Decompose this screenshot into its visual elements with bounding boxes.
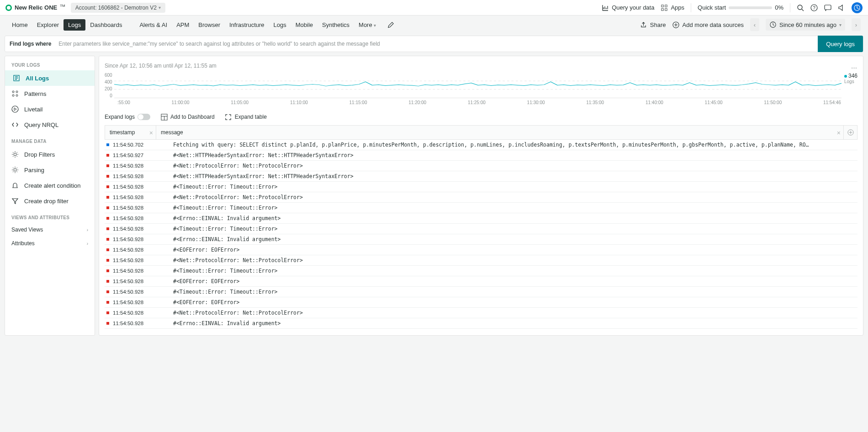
chart-y-axis: 6004002000 (105, 73, 114, 98)
share-button[interactable]: Share (640, 21, 666, 28)
sidebar-item-drop-filters[interactable]: Drop Filters (5, 147, 95, 162)
nav-item-logs[interactable]: Logs (64, 19, 85, 31)
severity-marker (106, 175, 109, 178)
close-icon[interactable]: × (837, 129, 841, 137)
severity-marker (106, 290, 109, 293)
expand-logs-label: Expand logs (105, 114, 135, 120)
table-row[interactable]: 11:54:50.928#<Timeout::Error: Timeout::E… (105, 224, 857, 234)
nav-item-more[interactable]: More ▾ (354, 19, 381, 31)
edit-nav-icon[interactable] (387, 21, 394, 28)
expand-table-button[interactable]: Expand table (225, 113, 267, 121)
feedback-icon[interactable] (824, 4, 831, 11)
table-row[interactable]: 11:54:50.928#<Timeout::Error: Timeout::E… (105, 203, 857, 213)
table-row[interactable]: 11:54:50.928#<Net::ProtocolError: Net::P… (105, 308, 857, 318)
sidebar-item-saved-views[interactable]: Saved Views › (5, 223, 95, 237)
sidebar-item-all-logs[interactable]: All Logs (5, 70, 95, 86)
query-input[interactable]: Enter parameters like service_name:"my s… (56, 41, 813, 47)
search-icon[interactable] (797, 4, 804, 11)
sidebar-label: Create drop filter (24, 198, 69, 205)
nav-item-apm[interactable]: APM (172, 19, 194, 31)
log-toolbar: Expand logs Add to Dashboard Expand tabl… (105, 113, 857, 121)
panel-menu-icon[interactable]: ⋯ (851, 64, 857, 71)
log-count-label: Logs (844, 79, 854, 84)
row-message: #<Timeout::Error: Timeout::Error> (159, 226, 857, 232)
severity-marker (106, 164, 109, 167)
sidebar-item-parsing[interactable]: Parsing (5, 162, 95, 178)
logs-chart[interactable]: 6004002000 346 Logs (105, 73, 857, 98)
time-next-button[interactable]: › (852, 18, 861, 31)
row-timestamp: 11:54:50.928 (113, 289, 159, 295)
query-your-data-link[interactable]: Query your data (602, 4, 654, 11)
table-row[interactable]: 11:54:50.928#<Net::ProtocolError: Net::P… (105, 192, 857, 203)
brand-suffix: TM (60, 4, 65, 8)
table-row[interactable]: 11:54:50.928#<Timeout::Error: Timeout::E… (105, 266, 857, 276)
sidebar: YOUR LOGS All Logs Patterns Livetail Que… (5, 56, 95, 336)
nav-item-explorer[interactable]: Explorer (32, 19, 64, 31)
add-data-sources-button[interactable]: Add more data sources (672, 21, 744, 28)
query-logs-button[interactable]: Query logs (818, 36, 863, 52)
table-row[interactable]: 11:54:50.928#<EOFError: EOFError> (105, 276, 857, 287)
nav-item-infrastructure[interactable]: Infrastructure (225, 19, 269, 31)
apps-link[interactable]: Apps (661, 4, 684, 11)
nav-item-mobile[interactable]: Mobile (291, 19, 318, 31)
table-row[interactable]: 11:54:50.928#<Errno::EINVAL: Invalid arg… (105, 213, 857, 224)
row-message: #<Net::ProtocolError: Net::ProtocolError… (159, 310, 857, 316)
quickstart-widget[interactable]: Quick start 0% (698, 4, 783, 11)
expand-table-label: Expand table (235, 114, 267, 120)
severity-marker (106, 217, 109, 220)
sidebar-section-views: VIEWS AND ATTRIBUTES (5, 209, 95, 223)
time-prev-button[interactable]: ‹ (750, 18, 759, 31)
table-row[interactable]: 11:54:50.928#<Errno::EINVAL: Invalid arg… (105, 318, 857, 329)
row-timestamp: 11:54:50.928 (113, 258, 159, 263)
svg-rect-2 (662, 8, 663, 10)
table-row[interactable]: 11:54:50.927#<Net::HTTPHeaderSyntaxError… (105, 150, 857, 161)
close-icon[interactable]: × (149, 129, 153, 137)
nav-item-browser[interactable]: Browser (194, 19, 225, 31)
sidebar-item-attributes[interactable]: Attributes › (5, 237, 95, 250)
row-message: #<Timeout::Error: Timeout::Error> (159, 184, 857, 190)
brand-logo[interactable]: New Relic ONETM (5, 4, 65, 11)
chart-icon (602, 4, 609, 11)
column-message[interactable]: message × (156, 126, 843, 139)
gear-icon (11, 151, 19, 158)
chart-count: 346 Logs (842, 73, 857, 98)
table-row[interactable]: 11:54:50.928#<Timeout::Error: Timeout::E… (105, 287, 857, 297)
table-row[interactable]: 11:54:50.928#<Net::HTTPHeaderSyntaxError… (105, 171, 857, 182)
sidebar-item-patterns[interactable]: Patterns (5, 86, 95, 101)
time-picker[interactable]: Since 60 minutes ago ▾ (766, 19, 845, 31)
share-label: Share (650, 21, 666, 28)
add-column-button[interactable] (843, 126, 857, 139)
nav-item-dashboards[interactable]: Dashboards (85, 19, 127, 31)
table-row[interactable]: 11:54:50.928#<Timeout::Error: Timeout::E… (105, 182, 857, 192)
help-icon[interactable]: ? (810, 4, 818, 11)
nav-item-logs[interactable]: Logs (269, 19, 291, 31)
table-row[interactable]: 11:54:50.702Fetching with query: SELECT … (105, 140, 857, 150)
row-timestamp: 11:54:50.928 (113, 216, 159, 221)
quickstart-pct: 0% (775, 4, 783, 11)
sidebar-item-livetail[interactable]: Livetail (5, 101, 95, 117)
sidebar-label: Parsing (24, 167, 44, 174)
expand-logs-toggle[interactable]: Expand logs (105, 114, 150, 120)
table-row[interactable]: 11:54:50.928#<Net::ProtocolError: Net::P… (105, 255, 857, 266)
sidebar-item-query-nrql[interactable]: Query NRQL (5, 117, 95, 132)
add-to-dashboard-button[interactable]: Add to Dashboard (160, 113, 215, 121)
sidebar-item-create-alert[interactable]: Create alert condition (5, 178, 95, 193)
nav-item-synthetics[interactable]: Synthetics (318, 19, 354, 31)
table-row[interactable]: 11:54:50.928#<Net::ProtocolError: Net::P… (105, 161, 857, 171)
nav-item-alerts-ai[interactable]: Alerts & AI (135, 19, 172, 31)
table-body: 11:54:50.702Fetching with query: SELECT … (105, 140, 857, 329)
table-row[interactable]: 11:54:50.928#<Errno::EINVAL: Invalid arg… (105, 234, 857, 245)
row-message: #<Net::HTTPHeaderSyntaxError: Net::HTTPH… (159, 152, 857, 158)
table-row[interactable]: 11:54:50.928#<EOFError: EOFError> (105, 297, 857, 308)
table-row[interactable]: 11:54:50.928#<EOFError: EOFError> (105, 245, 857, 255)
divider (691, 3, 691, 12)
whatsnew-icon[interactable] (838, 4, 845, 11)
severity-marker (106, 227, 109, 230)
chart-body (114, 73, 842, 98)
nav-item-home[interactable]: Home (7, 19, 32, 31)
account-selector[interactable]: Account: 1606862 - Demotron V2 ▾ (71, 3, 165, 13)
user-avatar[interactable] (852, 2, 863, 13)
column-timestamp[interactable]: timestamp × (105, 126, 156, 139)
severity-marker (106, 301, 109, 304)
sidebar-item-create-drop-filter[interactable]: Create drop filter (5, 193, 95, 209)
